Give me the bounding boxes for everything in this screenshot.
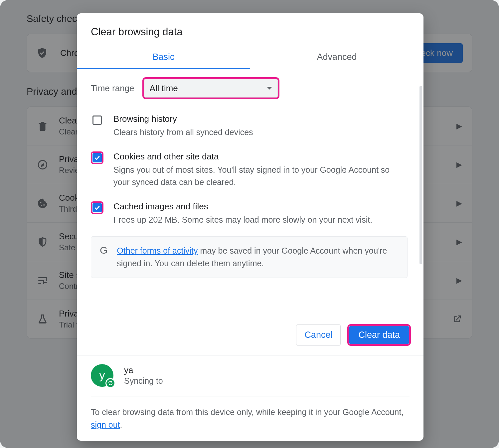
time-range-value: All time [150,83,178,94]
tab-basic[interactable]: Basic [77,46,250,69]
dialog-title: Clear browsing data [77,13,423,46]
sync-sub: Syncing to [124,376,163,386]
option-cookies: Cookies and other site data Signs you ou… [91,147,408,197]
clear-data-button[interactable]: Clear data [349,326,409,344]
avatar: y [91,364,113,387]
scrollbar[interactable] [419,86,422,264]
dialog-actions: Cancel Clear data [77,315,423,355]
footer-note: To clear browsing data from this device … [91,396,410,441]
option-title: Cookies and other site data [113,151,408,162]
option-browsing-history: Browsing history Clears history from all… [91,109,408,147]
time-range-label: Time range [91,83,134,94]
sync-section: y ya Syncing to To clear browsing data f… [77,355,423,441]
time-range-select[interactable]: All time [144,79,278,98]
checkbox-browsing-history[interactable] [92,115,102,125]
option-title: Cached images and files [113,201,372,212]
other-activity-link[interactable]: Other forms of activity [117,246,198,255]
clear-data-highlight: Clear data [347,324,411,346]
time-range-highlight: All time [142,77,279,99]
option-cache: Cached images and files Frees up 202 MB.… [91,197,408,234]
checkbox-highlight [91,151,103,164]
option-sub: Clears history from all synced devices [113,126,253,138]
checkbox-highlight [91,201,103,214]
checkbox-cookies[interactable] [92,153,102,162]
option-sub: Signs you out of most sites. You'll stay… [113,164,408,188]
google-icon: G [100,245,107,270]
option-sub: Frees up 202 MB. Some sites may load mor… [113,214,372,226]
dialog-tabs: Basic Advanced [77,46,423,69]
tab-advanced[interactable]: Advanced [250,46,423,69]
clear-browsing-dialog: Clear browsing data Basic Advanced Time … [77,13,423,441]
chevron-down-icon [267,87,272,90]
checkbox-cache[interactable] [92,203,102,212]
other-activity-info: G Other forms of activity may be saved i… [91,236,408,278]
cancel-button[interactable]: Cancel [296,324,341,346]
sync-name: ya [124,365,163,375]
sign-out-link[interactable]: sign out [91,420,120,429]
dialog-body: Time range All time Browsing history Cle… [77,69,423,315]
option-title: Browsing history [113,114,253,124]
sync-badge-icon [105,378,115,388]
